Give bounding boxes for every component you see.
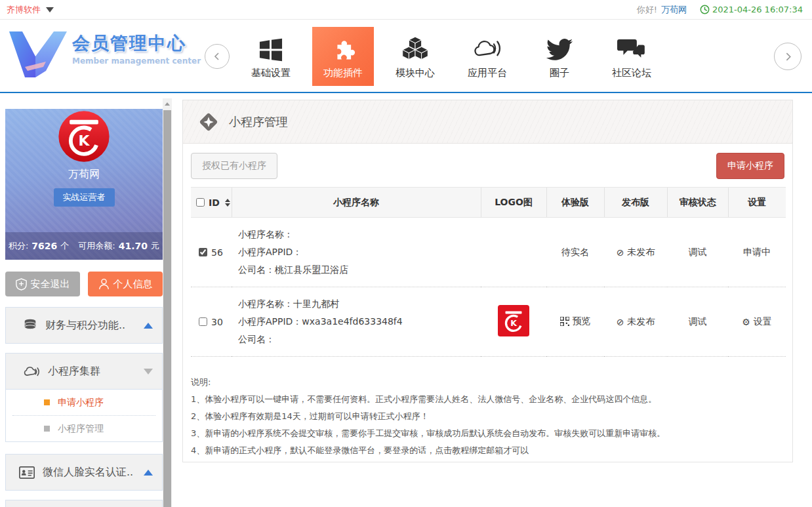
clock-icon [700,5,710,14]
miniprogram-logo-image: K [498,305,529,336]
collapse-down-icon [144,369,153,375]
bullet-icon [44,426,50,432]
row-checkbox[interactable] [199,248,207,256]
note-line: 3、新申请的小程序系统不会提交审核，需要你手工提交审核，审核成功后默认系统会自动… [191,425,784,442]
svg-text:K: K [510,318,518,328]
not-published-icon: ⊘ [617,247,624,258]
sidebar-scrollbar[interactable] [163,98,172,507]
row-company-line: 公司名： [238,331,478,348]
row-audit-status[interactable]: 调试 [667,218,728,287]
nav-item-modules[interactable]: 模块中心 [384,27,446,86]
nav-item-label: 社区论坛 [612,67,651,79]
row-name-line: 小程序名称： [238,226,478,243]
sidebar-item-group-video-live[interactable]: 群聊视频直播接口 [5,500,163,507]
timestamp: 2021-04-26 16:07:34 [700,5,803,14]
role-badge[interactable]: 实战运营者 [54,188,115,207]
row-id: 56 [211,247,223,258]
nav-item-label: 基础设置 [251,67,291,79]
profile-name: 万荀网 [5,168,163,182]
settings-link[interactable]: ⚙ 设置 [742,316,772,328]
column-header-id: ID [209,197,220,208]
sidebar-item-wechat-face-auth[interactable]: 微信人脸实名认证.. [5,454,163,491]
gear-icon: ⚙ [742,317,750,327]
column-header-settings: 设置 [728,188,786,218]
notes-title: 说明: [191,374,784,391]
sidebar-item-finance-points[interactable]: 财务与积分功能.. [5,307,163,344]
preview-link[interactable]: 预览 [560,315,591,327]
app-logo[interactable]: 会员管理中心 Member management center [5,28,201,80]
sidebar-item-manage-miniprogram[interactable]: 小程序管理 [6,416,162,441]
person-icon [98,278,110,290]
nav-item-forum[interactable]: 社区论坛 [601,27,662,86]
shield-icon [16,278,27,291]
nav-item-app-platform[interactable]: 应用平台 [457,27,518,86]
column-header-release: 发布版 [604,188,667,218]
windows-icon [258,34,283,62]
nav-item-label: 模块中心 [396,67,435,79]
table-row: 30 小程序名称：十里九都村 小程序APPID：wxa3a1e4fd633348… [191,287,786,357]
database-icon [23,318,37,333]
row-audit-status[interactable]: 调试 [667,287,728,357]
sort-icon[interactable] [225,199,230,207]
sidebar-item-apply-miniprogram[interactable]: 申请小程序 [6,390,162,415]
table-header-row: ID 小程序名称 LOGO图 体验版 发布版 审核状态 设置 [191,188,786,218]
collapse-up-icon [144,470,153,476]
profile-info-button[interactable]: 个人信息 [88,272,163,296]
note-line: 2、体验小程序有效期是14天，过期前可以申请转正式小程序！ [191,408,784,425]
miniprogram-submenu: 申请小程序 小程序管理 [5,390,163,442]
sidebar: K 万荀网 实战运营者 积分: 7626 个 可用余额: 41.70 元 [5,98,172,507]
username-link[interactable]: 万荀网 [661,4,687,16]
id-card-icon [19,466,35,479]
scrollbar-thumb[interactable] [163,110,171,507]
select-all-checkbox[interactable] [196,198,205,207]
row-release-status: 未发布 [627,247,655,258]
submenu-item-label: 申请小程序 [58,397,104,409]
nav-prev-button[interactable] [205,44,230,69]
row-company-line: 公司名：桃江县乐盟卫浴店 [238,261,478,279]
submenu-item-label: 小程序管理 [58,423,104,435]
cloud-broadcast-icon [472,34,502,62]
cubes-icon [401,34,430,62]
chevron-down-icon[interactable] [46,7,54,12]
row-logo-cell [481,218,546,287]
svg-text:K: K [79,132,91,149]
bird-icon [546,34,573,62]
brand-link[interactable]: 齐博软件 [7,4,41,16]
logo-v-icon [5,28,68,80]
logo-title: 会员管理中心 [72,31,201,55]
toolbar: 授权已有小程序 申请小程序 [183,144,792,187]
column-header-logo: LOGO图 [481,188,546,218]
nav-item-label: 应用平台 [468,67,507,79]
authorize-existing-button[interactable]: 授权已有小程序 [191,153,277,179]
logout-button[interactable]: 安全退出 [5,272,80,296]
points-value: 7626 [31,241,57,251]
avatar[interactable]: K [56,109,112,164]
nav-next-button[interactable] [774,43,802,70]
puzzle-icon [330,34,356,62]
column-header-audit: 审核状态 [667,188,728,218]
apply-miniprogram-button[interactable]: 申请小程序 [716,153,784,179]
row-checkbox[interactable] [199,317,207,326]
not-published-icon: ⊘ [617,317,624,327]
row-settings[interactable]: 申请中 [728,218,786,287]
column-header-name: 小程序名称 [232,188,481,218]
row-appid-line: 小程序APPID： [238,243,478,261]
row-id: 30 [211,317,223,327]
panel-header: 小程序管理 [183,100,792,144]
nav-item-circles[interactable]: 圈子 [529,27,590,86]
miniprogram-table: ID 小程序名称 LOGO图 体验版 发布版 审核状态 设置 [191,187,786,357]
balance-value: 41.70 [119,241,148,251]
row-trial-status: 待实名 [546,218,604,287]
row-trial-status: 预览 [573,315,591,327]
diamond-icon [197,111,220,133]
chat-bubbles-icon [617,34,646,62]
app-header: 会员管理中心 Member management center 基础设置 [0,20,812,93]
chevron-left-icon [213,52,222,61]
sidebar-item-miniprogram-cluster[interactable]: 小程序集群 [5,353,163,390]
profile-stats: 积分: 7626 个 可用余额: 41.70 元 [5,232,163,260]
top-bar: 齐博软件 你好! 万荀网 2021-04-26 16:07:34 [0,0,812,20]
chevron-right-icon [783,52,793,62]
row-release-status: 未发布 [627,316,655,328]
nav-item-plugins[interactable]: 功能插件 [312,27,374,86]
nav-item-basic-settings[interactable]: 基础设置 [240,27,302,86]
